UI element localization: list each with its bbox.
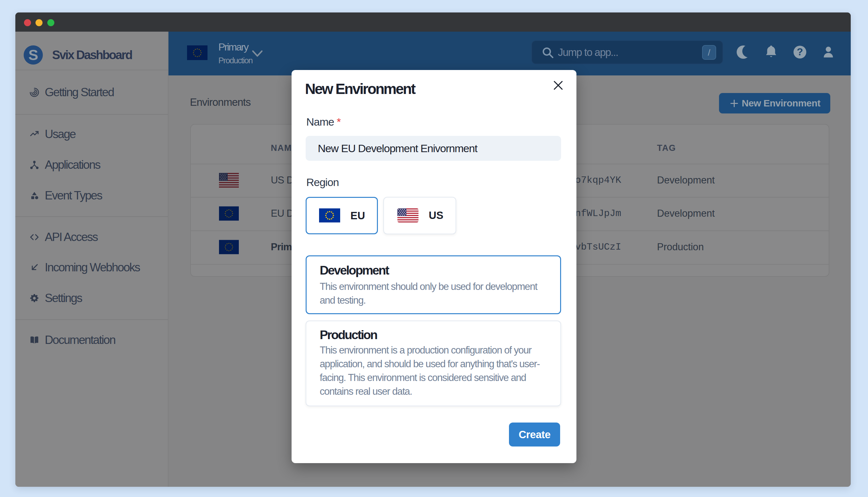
svg-text:S: S: [28, 47, 38, 63]
svg-text:?: ?: [797, 46, 803, 58]
